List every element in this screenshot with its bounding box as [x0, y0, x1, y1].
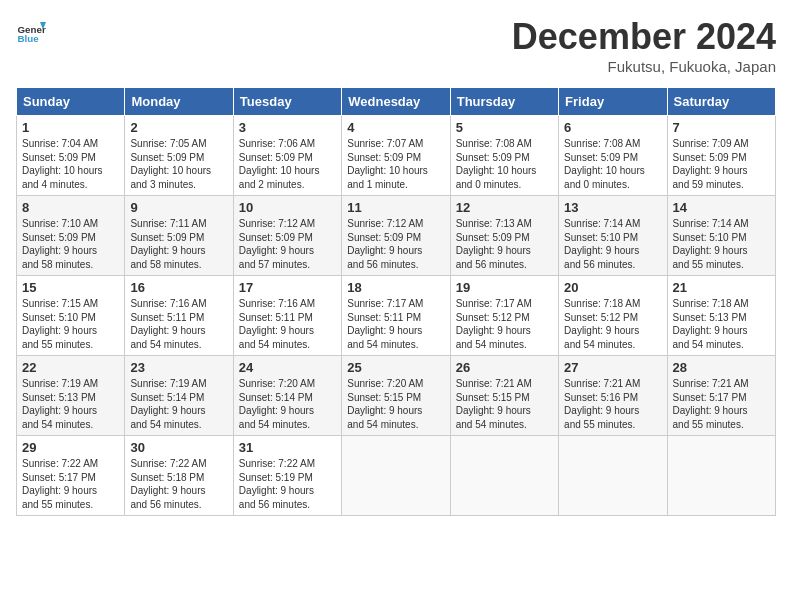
calendar-cell: 1Sunrise: 7:04 AM Sunset: 5:09 PM Daylig…: [17, 116, 125, 196]
cell-info: Sunrise: 7:12 AM Sunset: 5:09 PM Dayligh…: [239, 217, 336, 271]
calendar-cell: 23Sunrise: 7:19 AM Sunset: 5:14 PM Dayli…: [125, 356, 233, 436]
calendar-cell: 20Sunrise: 7:18 AM Sunset: 5:12 PM Dayli…: [559, 276, 667, 356]
day-number: 21: [673, 280, 770, 295]
cell-info: Sunrise: 7:19 AM Sunset: 5:13 PM Dayligh…: [22, 377, 119, 431]
calendar-cell: 10Sunrise: 7:12 AM Sunset: 5:09 PM Dayli…: [233, 196, 341, 276]
calendar-cell: 19Sunrise: 7:17 AM Sunset: 5:12 PM Dayli…: [450, 276, 558, 356]
day-number: 16: [130, 280, 227, 295]
calendar-cell: [342, 436, 450, 516]
calendar-cell: 21Sunrise: 7:18 AM Sunset: 5:13 PM Dayli…: [667, 276, 775, 356]
calendar-week-1: 1Sunrise: 7:04 AM Sunset: 5:09 PM Daylig…: [17, 116, 776, 196]
page-header: General Blue December 2024 Fukutsu, Fuku…: [16, 16, 776, 75]
day-number: 18: [347, 280, 444, 295]
weekday-sunday: Sunday: [17, 88, 125, 116]
calendar-table: SundayMondayTuesdayWednesdayThursdayFrid…: [16, 87, 776, 516]
calendar-cell: 11Sunrise: 7:12 AM Sunset: 5:09 PM Dayli…: [342, 196, 450, 276]
day-number: 1: [22, 120, 119, 135]
cell-info: Sunrise: 7:17 AM Sunset: 5:11 PM Dayligh…: [347, 297, 444, 351]
cell-info: Sunrise: 7:14 AM Sunset: 5:10 PM Dayligh…: [564, 217, 661, 271]
calendar-week-5: 29Sunrise: 7:22 AM Sunset: 5:17 PM Dayli…: [17, 436, 776, 516]
calendar-cell: 24Sunrise: 7:20 AM Sunset: 5:14 PM Dayli…: [233, 356, 341, 436]
cell-info: Sunrise: 7:21 AM Sunset: 5:17 PM Dayligh…: [673, 377, 770, 431]
day-number: 2: [130, 120, 227, 135]
day-number: 31: [239, 440, 336, 455]
cell-info: Sunrise: 7:08 AM Sunset: 5:09 PM Dayligh…: [456, 137, 553, 191]
calendar-cell: 15Sunrise: 7:15 AM Sunset: 5:10 PM Dayli…: [17, 276, 125, 356]
day-number: 24: [239, 360, 336, 375]
cell-info: Sunrise: 7:19 AM Sunset: 5:14 PM Dayligh…: [130, 377, 227, 431]
cell-info: Sunrise: 7:10 AM Sunset: 5:09 PM Dayligh…: [22, 217, 119, 271]
calendar-cell: 12Sunrise: 7:13 AM Sunset: 5:09 PM Dayli…: [450, 196, 558, 276]
weekday-wednesday: Wednesday: [342, 88, 450, 116]
calendar-cell: 7Sunrise: 7:09 AM Sunset: 5:09 PM Daylig…: [667, 116, 775, 196]
logo: General Blue: [16, 16, 46, 46]
calendar-cell: 9Sunrise: 7:11 AM Sunset: 5:09 PM Daylig…: [125, 196, 233, 276]
cell-info: Sunrise: 7:16 AM Sunset: 5:11 PM Dayligh…: [239, 297, 336, 351]
day-number: 6: [564, 120, 661, 135]
calendar-cell: 22Sunrise: 7:19 AM Sunset: 5:13 PM Dayli…: [17, 356, 125, 436]
day-number: 30: [130, 440, 227, 455]
day-number: 12: [456, 200, 553, 215]
weekday-thursday: Thursday: [450, 88, 558, 116]
cell-info: Sunrise: 7:06 AM Sunset: 5:09 PM Dayligh…: [239, 137, 336, 191]
cell-info: Sunrise: 7:08 AM Sunset: 5:09 PM Dayligh…: [564, 137, 661, 191]
day-number: 20: [564, 280, 661, 295]
day-number: 28: [673, 360, 770, 375]
day-number: 27: [564, 360, 661, 375]
cell-info: Sunrise: 7:20 AM Sunset: 5:15 PM Dayligh…: [347, 377, 444, 431]
calendar-cell: 26Sunrise: 7:21 AM Sunset: 5:15 PM Dayli…: [450, 356, 558, 436]
day-number: 3: [239, 120, 336, 135]
day-number: 5: [456, 120, 553, 135]
weekday-saturday: Saturday: [667, 88, 775, 116]
title-block: December 2024 Fukutsu, Fukuoka, Japan: [512, 16, 776, 75]
cell-info: Sunrise: 7:12 AM Sunset: 5:09 PM Dayligh…: [347, 217, 444, 271]
calendar-cell: 5Sunrise: 7:08 AM Sunset: 5:09 PM Daylig…: [450, 116, 558, 196]
cell-info: Sunrise: 7:18 AM Sunset: 5:13 PM Dayligh…: [673, 297, 770, 351]
calendar-cell: [667, 436, 775, 516]
calendar-cell: [559, 436, 667, 516]
weekday-tuesday: Tuesday: [233, 88, 341, 116]
cell-info: Sunrise: 7:09 AM Sunset: 5:09 PM Dayligh…: [673, 137, 770, 191]
cell-info: Sunrise: 7:21 AM Sunset: 5:16 PM Dayligh…: [564, 377, 661, 431]
day-number: 26: [456, 360, 553, 375]
cell-info: Sunrise: 7:22 AM Sunset: 5:18 PM Dayligh…: [130, 457, 227, 511]
month-title: December 2024: [512, 16, 776, 58]
day-number: 7: [673, 120, 770, 135]
day-number: 23: [130, 360, 227, 375]
cell-info: Sunrise: 7:22 AM Sunset: 5:19 PM Dayligh…: [239, 457, 336, 511]
calendar-cell: 31Sunrise: 7:22 AM Sunset: 5:19 PM Dayli…: [233, 436, 341, 516]
cell-info: Sunrise: 7:07 AM Sunset: 5:09 PM Dayligh…: [347, 137, 444, 191]
cell-info: Sunrise: 7:11 AM Sunset: 5:09 PM Dayligh…: [130, 217, 227, 271]
cell-info: Sunrise: 7:05 AM Sunset: 5:09 PM Dayligh…: [130, 137, 227, 191]
logo-icon: General Blue: [16, 16, 46, 46]
calendar-cell: [450, 436, 558, 516]
weekday-friday: Friday: [559, 88, 667, 116]
cell-info: Sunrise: 7:18 AM Sunset: 5:12 PM Dayligh…: [564, 297, 661, 351]
cell-info: Sunrise: 7:15 AM Sunset: 5:10 PM Dayligh…: [22, 297, 119, 351]
calendar-cell: 13Sunrise: 7:14 AM Sunset: 5:10 PM Dayli…: [559, 196, 667, 276]
cell-info: Sunrise: 7:13 AM Sunset: 5:09 PM Dayligh…: [456, 217, 553, 271]
calendar-week-2: 8Sunrise: 7:10 AM Sunset: 5:09 PM Daylig…: [17, 196, 776, 276]
calendar-week-4: 22Sunrise: 7:19 AM Sunset: 5:13 PM Dayli…: [17, 356, 776, 436]
calendar-cell: 28Sunrise: 7:21 AM Sunset: 5:17 PM Dayli…: [667, 356, 775, 436]
day-number: 9: [130, 200, 227, 215]
day-number: 29: [22, 440, 119, 455]
day-number: 22: [22, 360, 119, 375]
day-number: 13: [564, 200, 661, 215]
calendar-cell: 8Sunrise: 7:10 AM Sunset: 5:09 PM Daylig…: [17, 196, 125, 276]
calendar-cell: 6Sunrise: 7:08 AM Sunset: 5:09 PM Daylig…: [559, 116, 667, 196]
cell-info: Sunrise: 7:20 AM Sunset: 5:14 PM Dayligh…: [239, 377, 336, 431]
svg-text:Blue: Blue: [18, 33, 40, 44]
weekday-monday: Monday: [125, 88, 233, 116]
calendar-cell: 25Sunrise: 7:20 AM Sunset: 5:15 PM Dayli…: [342, 356, 450, 436]
cell-info: Sunrise: 7:04 AM Sunset: 5:09 PM Dayligh…: [22, 137, 119, 191]
calendar-cell: 27Sunrise: 7:21 AM Sunset: 5:16 PM Dayli…: [559, 356, 667, 436]
cell-info: Sunrise: 7:17 AM Sunset: 5:12 PM Dayligh…: [456, 297, 553, 351]
calendar-cell: 17Sunrise: 7:16 AM Sunset: 5:11 PM Dayli…: [233, 276, 341, 356]
day-number: 19: [456, 280, 553, 295]
day-number: 10: [239, 200, 336, 215]
day-number: 17: [239, 280, 336, 295]
cell-info: Sunrise: 7:22 AM Sunset: 5:17 PM Dayligh…: [22, 457, 119, 511]
location-subtitle: Fukutsu, Fukuoka, Japan: [512, 58, 776, 75]
day-number: 15: [22, 280, 119, 295]
